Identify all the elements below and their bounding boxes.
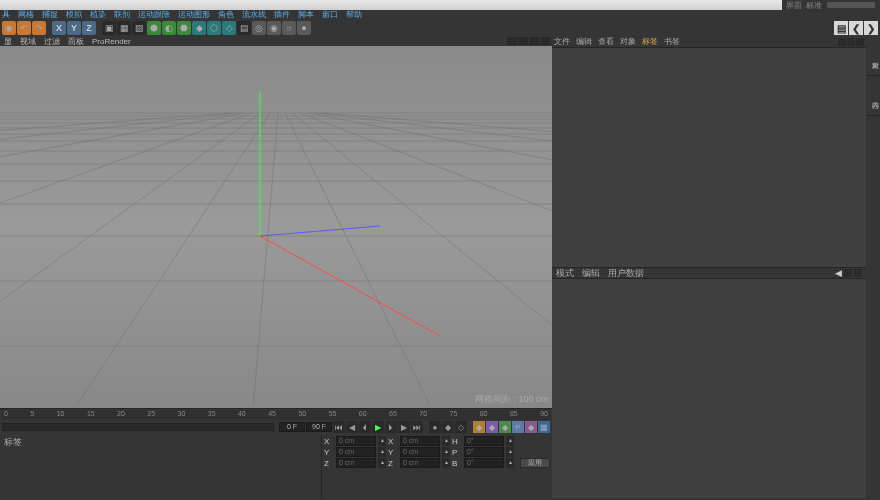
history-forward[interactable]: ❯	[864, 21, 878, 35]
menu-item[interactable]: 运动跟除	[138, 10, 170, 20]
play-button[interactable]: ▶	[372, 421, 384, 433]
opt-icon[interactable]	[854, 269, 862, 277]
picture-viewer-button[interactable]: ▨	[132, 21, 146, 35]
size-z-field[interactable]: 0 cm	[400, 458, 440, 468]
om-tab[interactable]: 查看	[598, 36, 614, 47]
om-tab[interactable]: 对象	[620, 36, 636, 47]
live-select-button[interactable]: ◉	[2, 21, 16, 35]
om-tab[interactable]: 书签	[664, 36, 680, 47]
menu-icon[interactable]	[856, 38, 864, 46]
pos-y-field[interactable]: 0 cm	[336, 447, 376, 457]
vp-icon[interactable]	[518, 37, 528, 45]
side-tab[interactable]: 对象	[866, 36, 880, 76]
goto-end-button[interactable]: ⏭	[411, 421, 423, 433]
redo-button[interactable]: ↷	[32, 21, 46, 35]
pos-x-field[interactable]: 0 cm	[336, 436, 376, 446]
render-view-button[interactable]: ▣	[102, 21, 116, 35]
axis-y-button[interactable]: Y	[67, 21, 81, 35]
size-y-field[interactable]: 0 cm	[400, 447, 440, 457]
vp-icon[interactable]	[507, 37, 517, 45]
menu-item[interactable]: 网格	[18, 10, 34, 20]
menu-item[interactable]: 运动图形	[178, 10, 210, 20]
primitive-button[interactable]: ⬢	[147, 21, 161, 35]
camera-button[interactable]: ◇	[222, 21, 236, 35]
menu-item[interactable]: 捕捉	[42, 10, 58, 20]
prev-frame-button[interactable]: ⏴	[359, 421, 371, 433]
rot-h-field[interactable]: 0°	[464, 436, 504, 446]
doc-icon[interactable]: ▤	[834, 21, 848, 35]
axis-x-button[interactable]: X	[52, 21, 66, 35]
size-x-field[interactable]: 0 cm	[400, 436, 440, 446]
pos-z-field[interactable]: 0 cm	[336, 458, 376, 468]
pos-key-button[interactable]: ◆	[473, 421, 485, 433]
deformer-button[interactable]: ◆	[192, 21, 206, 35]
menu-item[interactable]: 流水线	[242, 10, 266, 20]
tool3-button[interactable]: ☼	[282, 21, 296, 35]
side-tab[interactable]: 内容	[866, 76, 880, 116]
vp-tab[interactable]: 面板	[68, 36, 84, 47]
filter-icon[interactable]	[847, 38, 855, 46]
end-frame-field[interactable]: 90 F	[306, 422, 332, 432]
menu-item[interactable]: 帮助	[346, 10, 362, 20]
vp-tab[interactable]: ProRender	[92, 37, 131, 46]
om-tab[interactable]: 文件	[554, 36, 570, 47]
scale-key-button[interactable]: ◆	[486, 421, 498, 433]
history-back[interactable]: ❮	[849, 21, 863, 35]
rot-p-field[interactable]: 0°	[464, 447, 504, 457]
om-tab[interactable]: 标签	[642, 36, 658, 47]
generator-button[interactable]: ⬣	[177, 21, 191, 35]
axis-z-button[interactable]: Z	[82, 21, 96, 35]
menu-item[interactable]: 联剂	[114, 10, 130, 20]
menu-item[interactable]: 角色	[218, 10, 234, 20]
layout-value[interactable]: 标准	[806, 0, 822, 11]
environment-button[interactable]: ⬡	[207, 21, 221, 35]
spline-button[interactable]: ◐	[162, 21, 176, 35]
menu-item[interactable]: 脚本	[298, 10, 314, 20]
search-input[interactable]	[826, 1, 876, 9]
back-icon[interactable]: ◀	[835, 268, 842, 278]
am-tab[interactable]: 编辑	[582, 267, 600, 280]
tool-button[interactable]: ◎	[252, 21, 266, 35]
next-frame-button[interactable]: ⏵	[385, 421, 397, 433]
vp-icon[interactable]	[529, 37, 539, 45]
apply-button[interactable]: 应用	[520, 458, 550, 468]
attribute-manager[interactable]	[552, 279, 866, 498]
vp-tab[interactable]: 过滤	[44, 36, 60, 47]
tool2-button[interactable]: ◉	[267, 21, 281, 35]
keyframe-button[interactable]: ◇	[455, 421, 467, 433]
menu-item[interactable]: 窗口	[322, 10, 338, 20]
record-button[interactable]: ●	[429, 421, 441, 433]
coord-row-z: Z0 cm▴ Z0 cm▴ B0°▴ 应用	[324, 458, 550, 468]
timeline-ruler[interactable]: 051015202530354045505560657075808590	[0, 408, 552, 420]
object-manager[interactable]	[552, 48, 866, 267]
menu-item[interactable]: 具	[2, 10, 10, 20]
render-settings-button[interactable]: ▦	[117, 21, 131, 35]
lock-icon[interactable]	[844, 269, 852, 277]
am-tab[interactable]: 模式	[556, 267, 574, 280]
timeline-range-slider[interactable]	[2, 423, 274, 431]
om-tab[interactable]: 编辑	[576, 36, 592, 47]
next-key-button[interactable]: ▶	[398, 421, 410, 433]
menu-item[interactable]: 插件	[274, 10, 290, 20]
autokey-button[interactable]: ◆	[442, 421, 454, 433]
pla-key-button[interactable]: ◆	[525, 421, 537, 433]
svg-line-18	[285, 113, 450, 404]
prev-key-button[interactable]: ◀	[346, 421, 358, 433]
viewport[interactable]: 网格间距 : 100 cm	[0, 46, 552, 408]
param-key-button[interactable]: P	[512, 421, 524, 433]
current-frame-field[interactable]: 0 F	[279, 422, 305, 432]
goto-start-button[interactable]: ⏮	[333, 421, 345, 433]
menu-item[interactable]: 植染	[90, 10, 106, 20]
undo-button[interactable]: ↶	[17, 21, 31, 35]
light-button[interactable]: ▤	[237, 21, 251, 35]
search-icon[interactable]	[838, 38, 846, 46]
rot-b-field[interactable]: 0°	[464, 458, 504, 468]
am-tab[interactable]: 用户数据	[608, 267, 644, 280]
rot-key-button[interactable]: ◆	[499, 421, 511, 433]
opt-button[interactable]: ▦	[538, 421, 550, 433]
menu-item[interactable]: 模拟	[66, 10, 82, 20]
vp-tab[interactable]: 视域	[20, 36, 36, 47]
vp-icon[interactable]	[540, 37, 550, 45]
vp-tab[interactable]: 显	[4, 36, 12, 47]
tool4-button[interactable]: ●	[297, 21, 311, 35]
